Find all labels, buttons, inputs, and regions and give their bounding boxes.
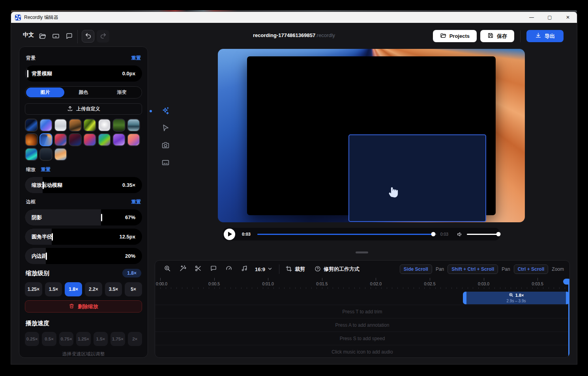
wallpaper-thumb-dark-blue-abstract[interactable]	[25, 119, 38, 132]
corner-radius-label: 圆角半径	[32, 233, 52, 240]
wallpaper-thumb-green-yellow-abstract[interactable]	[83, 119, 96, 132]
speed-option-0.25×[interactable]: 0.25×	[25, 332, 39, 346]
zoom-option-1.8×[interactable]: 1.8×	[65, 282, 82, 296]
seek-handle[interactable]	[431, 232, 435, 236]
speed-option-1.75×[interactable]: 1.75×	[110, 332, 125, 346]
wallpaper-thumb-blue-purple-flow[interactable]	[39, 119, 52, 132]
rail-effects-button[interactable]	[156, 102, 174, 120]
video-preview[interactable]	[218, 49, 525, 222]
wallpaper-thumb-autumn-landscape[interactable]	[69, 119, 82, 132]
rail-captions-button[interactable]	[156, 154, 174, 172]
shadow-slider[interactable]: 阴影67%	[25, 209, 142, 225]
volume-slider[interactable]	[467, 234, 499, 235]
timeline-ruler[interactable]: 0:00.00:00.50:01.00:01.50:02.00:02.50:03…	[155, 278, 569, 289]
maximize-button[interactable]: ▢	[541, 12, 559, 23]
wallpaper-thumb-orange-blue-rays[interactable]	[39, 133, 52, 146]
timeline-toolbar: 16:9 裁剪 修剪的工作方式 Side ScrollPanShift + Ct…	[155, 261, 569, 278]
wallpaper-thumb-green-purple-gradient[interactable]	[98, 133, 111, 146]
scroll-action-1: Pan	[502, 266, 510, 272]
zoom-motion-blur-slider[interactable]: 缩放运动模糊 0.35×	[25, 177, 142, 193]
background-blur-value: 0.0px	[122, 71, 135, 76]
background-reset-link[interactable]: 重置	[131, 55, 141, 61]
ruler-major-tick	[376, 278, 376, 281]
wallpaper-thumb-orange-flower[interactable]	[25, 133, 38, 146]
wallpaper-thumb-red-blue-wave[interactable]	[83, 133, 96, 146]
play-button[interactable]	[224, 229, 235, 240]
folder-icon	[440, 32, 446, 40]
scroll-action-0: Pan	[436, 266, 444, 272]
volume-handle[interactable]	[496, 232, 500, 236]
export-button[interactable]: 导出	[526, 30, 564, 42]
wallpaper-thumb-violet-gradient[interactable]	[112, 133, 125, 146]
panel-resize-handle[interactable]	[356, 251, 368, 253]
rail-cursor-button[interactable]	[156, 120, 174, 137]
speed-option-2×[interactable]: 2×	[128, 332, 142, 346]
close-button[interactable]: ✕	[559, 12, 577, 23]
timeline-tool-magic-wand[interactable]	[178, 264, 188, 274]
zoom-reset-link[interactable]: 重置	[41, 166, 51, 173]
app-logo-icon	[15, 15, 21, 20]
wallpaper-thumb-night-mountain[interactable]	[39, 148, 52, 161]
zoom-option-1.25×[interactable]: 1.25×	[25, 282, 42, 296]
timeline-tool-music[interactable]	[239, 264, 249, 274]
save-button[interactable]: 保存	[480, 30, 514, 42]
segment-left-handle[interactable]	[463, 292, 466, 304]
zoom-option-2.2×[interactable]: 2.2×	[85, 282, 102, 296]
zoom-option-5×[interactable]: 5×	[125, 282, 142, 296]
wallpaper-thumb-green-plants[interactable]	[112, 119, 125, 132]
speed-option-1.25×[interactable]: 1.25×	[76, 332, 90, 346]
timeline-tool-scissors[interactable]	[193, 264, 203, 274]
frame-reset-link[interactable]: 重置	[131, 199, 141, 205]
speed-option-1.5×[interactable]: 1.5×	[94, 332, 108, 346]
timeline-tracks[interactable]: 1.8× 2.9s – 3.9s Press T to add trimPres…	[155, 289, 569, 358]
aspect-ratio-dropdown[interactable]: 16:9	[255, 266, 273, 273]
speed-option-0.5×[interactable]: 0.5×	[42, 332, 56, 346]
speed-option-0.75×[interactable]: 0.75×	[59, 332, 73, 346]
padding-slider[interactable]: 内边距20%	[25, 248, 142, 264]
timeline-tool-speed-gauge[interactable]	[224, 264, 234, 274]
track-hint-1: Press A to add annotation	[155, 322, 569, 328]
rail-camera-button[interactable]	[156, 137, 174, 154]
timeline-tool-zoom-in[interactable]	[162, 264, 172, 274]
background-tab-0[interactable]: 图片	[26, 87, 64, 97]
zoom-segment[interactable]: 1.8× 2.9s – 3.9s	[463, 292, 569, 304]
delete-zoom-button[interactable]: 删除缩放	[25, 300, 142, 313]
zoom-level-section-title: 缩放级别	[26, 270, 49, 277]
minimize-button[interactable]: —	[522, 12, 541, 23]
scissors-icon	[195, 265, 202, 274]
wallpaper-thumb-red-pink-blue-swirl[interactable]	[54, 133, 67, 146]
ruler-label-0: 0:00.0	[156, 281, 167, 286]
playhead-line[interactable]	[568, 279, 569, 357]
seek-bar[interactable]	[257, 234, 437, 235]
wallpaper-thumb-dark-red-blue-wave[interactable]	[69, 133, 82, 146]
timeline-tool-annotation[interactable]	[208, 264, 219, 274]
speed-gauge-icon	[225, 265, 232, 274]
wallpaper-thumb-orange-blue-clouds[interactable]	[54, 148, 67, 161]
speaker-icon[interactable]	[457, 231, 463, 237]
upload-custom-button[interactable]: 上传自定义	[25, 103, 142, 115]
corner-radius-slider[interactable]: 圆角半径12.5px	[25, 229, 142, 245]
projects-button[interactable]: Projects	[433, 30, 477, 42]
zoom-option-1.5×[interactable]: 1.5×	[45, 282, 62, 296]
wallpaper-thumb-white-city-fog[interactable]	[54, 119, 67, 132]
window-controls: — ▢ ✕	[522, 12, 577, 23]
frame-section-title: 边框	[26, 199, 36, 205]
trim-help-button[interactable]: 修剪的工作方式	[315, 266, 360, 273]
segment-body: 1.8× 2.9s – 3.9s	[466, 292, 566, 303]
crop-button[interactable]: 裁剪	[286, 266, 305, 273]
wallpaper-thumb-white-spiral[interactable]	[98, 119, 111, 132]
playback-bar: 0:03 0:03	[223, 228, 499, 240]
wallpaper-thumb-aurora-teal[interactable]	[25, 148, 38, 161]
playhead-marker[interactable]	[563, 279, 569, 285]
wallpaper-thumb-orange-pink-blue[interactable]	[127, 133, 140, 146]
annotation-icon	[210, 265, 217, 274]
ruler-major-tick	[430, 278, 430, 281]
background-type-tabs: 图片颜色渐变	[25, 86, 142, 99]
background-blur-slider[interactable]: 背景模糊 0.0px	[25, 65, 142, 82]
zoom-selection-rect[interactable]	[348, 134, 486, 222]
wallpaper-thumb-teal-mountain-lake[interactable]	[127, 119, 140, 132]
background-tab-1[interactable]: 颜色	[64, 87, 103, 97]
zoom-option-3.5×[interactable]: 3.5×	[105, 282, 122, 296]
ruler-label-3: 0:01.5	[316, 281, 328, 286]
background-tab-2[interactable]: 渐变	[103, 87, 141, 97]
